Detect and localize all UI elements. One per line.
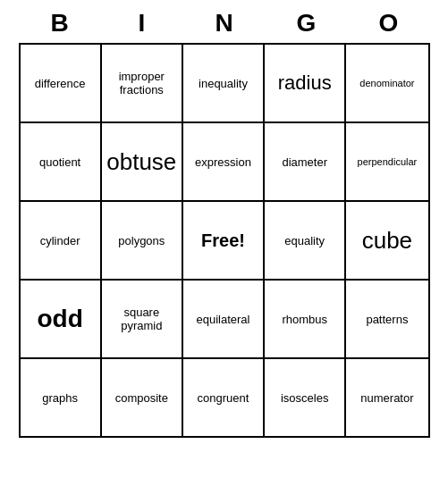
bingo-row: differenceimproper fractionsinequalityra… <box>21 45 428 123</box>
bingo-row: graphscompositecongruentisoscelesnumerat… <box>21 359 428 436</box>
header-letter: B <box>22 9 97 38</box>
bingo-cell: graphs <box>21 359 102 436</box>
bingo-cell: rhombus <box>265 281 346 357</box>
bingo-cell: improper fractions <box>102 45 183 122</box>
bingo-cell: composite <box>102 359 183 436</box>
bingo-cell: congruent <box>183 359 265 436</box>
bingo-cell: equilateral <box>183 281 265 357</box>
bingo-cell: denominator <box>346 45 427 122</box>
bingo-cell: polygons <box>102 202 183 279</box>
bingo-cell: difference <box>21 45 102 122</box>
bingo-cell: perpendicular <box>346 123 427 200</box>
bingo-row: cylinderpolygonsFree!equalitycube <box>21 202 428 281</box>
header-letter: I <box>105 9 180 38</box>
bingo-cell: cylinder <box>21 202 102 279</box>
bingo-cell: expression <box>183 123 265 200</box>
bingo-cell: isosceles <box>265 359 346 436</box>
bingo-cell: Free! <box>183 202 265 279</box>
bingo-cell: patterns <box>346 281 427 357</box>
bingo-cell: diameter <box>265 123 346 200</box>
bingo-cell: quotient <box>21 123 102 200</box>
bingo-cell: numerator <box>346 359 427 436</box>
bingo-cell: equality <box>265 202 346 279</box>
bingo-row: oddsquare pyramidequilateralrhombuspatte… <box>21 281 428 359</box>
bingo-cell: inequality <box>183 45 265 122</box>
header-letter: G <box>269 9 344 38</box>
bingo-cell: obtuse <box>102 123 183 200</box>
bingo-cell: odd <box>21 281 102 357</box>
header-letter: N <box>187 9 262 38</box>
bingo-grid: differenceimproper fractionsinequalityra… <box>19 43 430 438</box>
bingo-row: quotientobtuseexpressiondiameterperpendi… <box>21 123 428 202</box>
header-letter: O <box>351 9 427 38</box>
bingo-header: BINGO <box>19 0 430 43</box>
bingo-cell: radius <box>265 45 346 122</box>
bingo-cell: cube <box>346 202 427 279</box>
bingo-cell: square pyramid <box>102 281 183 357</box>
